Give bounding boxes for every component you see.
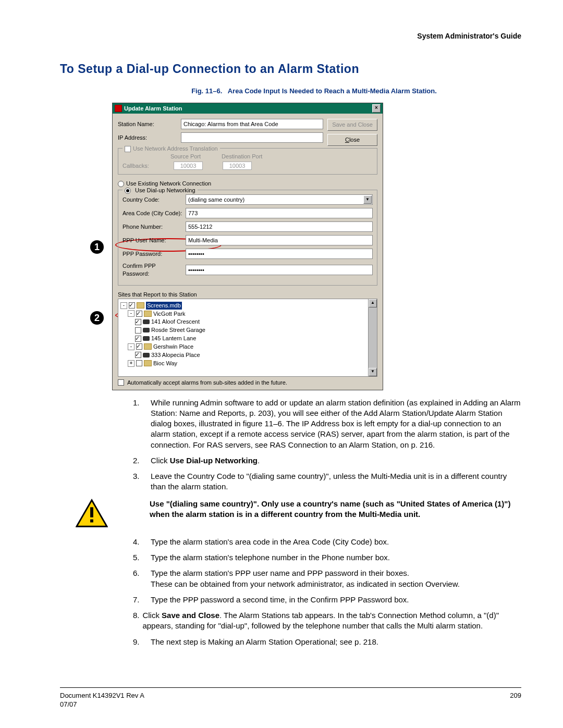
auto-accept-label: Automatically accept alarms from sub-sit… [127,379,287,387]
ip-address-input[interactable] [181,132,323,143]
ppp-password-label: PPP Password: [123,250,182,258]
ppp-user-input[interactable]: Multi-Media [186,235,373,245]
dialog-screenshot: 1 2 Update Alarm Station × Station Name:… [112,103,383,390]
close-button[interactable]: Close [327,134,377,146]
area-code-input[interactable]: 773 [186,208,373,218]
save-and-close-button[interactable]: Save and Close [327,119,377,131]
sites-tree[interactable]: ▲ ▼ -Screens.mdb -VicGott Park 141 Aloof… [118,299,377,377]
step-num-7: 7. [133,595,151,605]
page-title: To Setup a Dial-up Connection to an Alar… [60,61,521,77]
step-num-3: 3. [133,471,151,492]
tree-item-bioc[interactable]: Bioc Way [153,360,177,367]
footer-page-number: 209 [510,691,521,709]
checkbox[interactable] [136,360,142,366]
camera-icon [143,336,150,341]
use-dialup-radio[interactable] [125,188,131,194]
step-1-text: While running Admin software to add or u… [151,398,521,450]
tree-item-vicgott[interactable]: VicGott Park [153,310,186,318]
svg-rect-2 [90,519,93,522]
checkbox[interactable] [135,319,141,325]
warning-text: Use "(dialing same country)". Only use a… [150,499,521,520]
checkbox[interactable] [135,327,141,334]
callout-one: 1 [90,240,104,254]
tree-item-gershwin[interactable]: Gershwin Place [153,343,193,351]
checkbox[interactable] [135,336,141,342]
footer-doc-id: Document K14392V1 Rev A [60,691,144,700]
folder-icon [144,311,152,317]
folder-icon [144,360,152,366]
tree-item-lantern[interactable]: 145 Lantern Lane [151,335,196,342]
expander-icon[interactable]: - [120,302,127,309]
step-num-6: 6. [133,568,151,589]
auto-accept-checkbox[interactable] [118,379,124,386]
folder-icon [137,302,144,309]
step-8-text: Click Save and Close. The Alarm Stations… [142,610,521,632]
close-icon[interactable]: × [372,104,381,113]
footer-date: 07/07 [60,700,144,709]
header-guide: System Administrator's Guide [60,31,521,41]
tree-item-alopecia[interactable]: 333 Alopecia Place [151,351,200,359]
confirm-ppp-password-label: Confirm PPP Password: [123,262,182,278]
dialog-title: Update Alarm Station [124,105,182,113]
step-4-text: Type the alarm station's area code in th… [151,537,389,547]
use-existing-label: Use Existing Network Connection [126,180,211,187]
sites-label: Sites that Report to this Station [118,291,377,299]
step-7-text: Type the PPP password a second time, in … [151,595,409,605]
callbacks-label: Callbacks: [123,162,169,170]
app-icon [115,105,122,112]
confirm-ppp-password-input[interactable]: •••••••• [186,265,373,275]
figure-caption: Fig. 11–6. Area Code Input Is Needed to … [107,87,521,96]
nat-source-label: Source Port [170,153,201,161]
ppp-password-input[interactable]: •••••••• [186,249,373,259]
scroll-down-icon[interactable]: ▼ [369,368,377,376]
nat-dest-label: Destination Port [222,153,262,161]
station-name-label: Station Name: [118,120,178,128]
expander-icon[interactable]: + [128,360,134,367]
tree-item-aloof[interactable]: 141 Aloof Crescent [151,318,200,326]
step-3-text: Leave the Country Code to "(dialing same… [151,471,521,492]
use-dialup-label: Use Dial-up Networking [135,187,195,194]
camera-icon [143,319,150,324]
tree-item-rosde[interactable]: Rosde Street Garage [151,326,205,334]
step-2-text: Click Use Dial-up Networking. [151,455,260,466]
country-code-select[interactable]: (dialing same country)▼ [186,194,373,205]
ip-address-label: IP Address: [118,134,178,142]
step-num-1: 1. [133,398,151,450]
step-9-text: The next step is Making an Alarm Station… [151,637,378,647]
camera-icon [143,353,150,357]
phone-number-input[interactable]: 555-1212 [186,221,373,232]
checkbox[interactable] [129,302,135,309]
callout-two: 2 [90,311,104,325]
scroll-up-icon[interactable]: ▲ [369,299,377,307]
camera-icon [143,328,150,332]
step-num-5: 5. [133,552,151,563]
phone-number-label: Phone Number: [123,223,182,231]
step-num-8: 8. [133,610,142,632]
callback-source-input[interactable]: 10003 [174,162,203,170]
tree-scrollbar[interactable]: ▲ ▼ [368,299,377,376]
area-code-label: Area Code (City Code): [123,209,182,217]
station-name-input[interactable]: Chicago: Alarms from that Area Code [181,119,323,129]
step-6-text: Type the alarm station's PPP user name a… [151,568,460,589]
tree-root[interactable]: Screens.mdb [146,302,182,310]
checkbox[interactable] [136,311,142,317]
folder-icon [144,343,152,350]
step-5-text: Type the alarm station's telephone numbe… [151,552,390,563]
step-num-4: 4. [133,537,151,547]
warning-icon [76,499,108,530]
ppp-user-label: PPP User Name: [123,237,182,244]
country-code-label: Country Code: [123,196,182,204]
checkbox[interactable] [136,343,142,350]
chevron-down-icon[interactable]: ▼ [363,195,372,204]
checkbox[interactable] [135,352,141,358]
step-num-2: 2. [133,455,151,466]
expander-icon[interactable]: - [128,343,134,350]
svg-rect-1 [90,507,93,517]
step-num-9: 9. [133,637,151,647]
expander-icon[interactable]: - [128,310,134,317]
nat-group: Use Network Address Translation Source P… [118,148,377,175]
callback-dest-input[interactable]: 10003 [223,162,252,170]
